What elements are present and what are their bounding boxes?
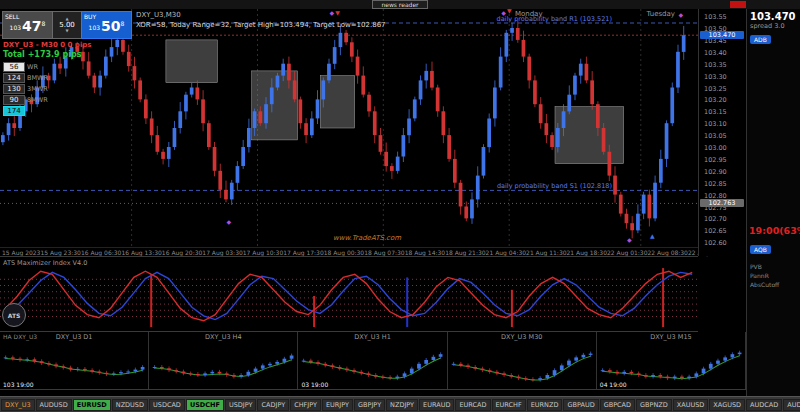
price-tick: 102.95 <box>704 156 727 164</box>
arrow-marker: ▼ <box>335 9 340 16</box>
price-tick: 103.35 <box>704 61 727 69</box>
symbol-tab-gbpjpy[interactable]: GBPJPY <box>354 399 385 411</box>
sell-price-pip: 8 <box>42 20 46 27</box>
diamond-marker: ◆ <box>329 9 334 16</box>
symbol-tab-gbpnzd[interactable]: GBPNZD <box>636 399 672 411</box>
time-label: 18 Aug 14:30 <box>405 249 445 256</box>
buy-price: 103 50 8 <box>82 20 131 33</box>
one-click-trading-panel: SELL 103 47 8 ▲ 5.00 ▼ BUY 103 50 8 <box>2 11 132 39</box>
symbol-tab-usdjpy[interactable]: USDJPY <box>225 399 257 411</box>
chart-info-line: XOR=58, Today Range=32, Target High=103.… <box>136 21 386 29</box>
atr-red-line <box>6 271 692 321</box>
price-tick: 103.00 <box>704 144 727 152</box>
symbol-tab-nzdjpy[interactable]: NZDJPY <box>386 399 418 411</box>
price-tick: 102.60 <box>704 239 727 247</box>
lot-down-icon[interactable]: ▼ <box>65 29 68 33</box>
mini-ma-line <box>6 358 143 374</box>
price-tick: 102.90 <box>704 168 727 176</box>
ats-logo-text: ATS <box>8 312 21 319</box>
aqb-button[interactable]: AQB <box>750 245 771 254</box>
mini-chart-M30[interactable]: DXY_U3 M30 <box>448 332 597 389</box>
price-axis: 103.55103.50103.45103.40103.35103.30103.… <box>698 9 746 256</box>
symbol-tab-chfjpy[interactable]: CHFJPY <box>290 399 321 411</box>
buy-price-pip: 8 <box>121 20 125 27</box>
day-label: Monday <box>515 10 543 18</box>
symbol-tab-eurnzd[interactable]: EURNZD <box>527 399 563 411</box>
right-panel: 103.470 spread 3.0 ADB 19:00(63%) AQB PV… <box>746 9 800 396</box>
price-marker: 102.763 <box>700 199 744 207</box>
price-tick: 102.80 <box>704 192 727 200</box>
buy-price-prefix: 103 <box>89 24 100 31</box>
symbol-tab-usdchf[interactable]: USDCHF <box>186 399 224 411</box>
current-price: 103.470 <box>750 11 800 22</box>
price-marker: 103.470 <box>700 31 744 39</box>
buy-price-big: 50 <box>101 20 120 33</box>
lot-size-field[interactable]: ▲ 5.00 ▼ <box>53 11 81 39</box>
probability-band-label: daily probability band S1 (102.818) <box>497 182 612 190</box>
mt4-terminal: news reader ◆◆◆◆◆◆▼▼▼▲daily probability … <box>0 0 800 412</box>
symbol-tab-gbpcad[interactable]: GBPCAD <box>600 399 635 411</box>
mini-ma-line <box>602 356 739 379</box>
main-chart-canvas[interactable]: ◆◆◆◆◆◆▼▼▼▲daily probability band R1 (103… <box>0 9 698 247</box>
buy-button[interactable]: BUY 103 50 8 <box>81 11 132 39</box>
mini-chart-title: DXY_U3 M15 <box>597 333 745 341</box>
symbol-tab-dxy_u3[interactable]: DXY_U3 <box>1 399 35 411</box>
total-pips: Total +173.9 pips <box>3 50 81 59</box>
mini-chart-H1[interactable]: DXY_U3 H103 19:00 <box>298 332 447 389</box>
mini-chart-M15[interactable]: DXY_U3 M1504 19:00 <box>597 332 746 389</box>
main-chart[interactable]: ◆◆◆◆◆◆▼▼▼▲daily probability band R1 (103… <box>0 9 698 247</box>
price-tick: 102.85 <box>704 180 727 188</box>
time-label: 21 Aug 11:30 <box>526 249 566 256</box>
time-label: 15 Aug 23:30 <box>40 249 80 256</box>
symbol-tab-gbpaud[interactable]: GBPAUD <box>563 399 598 411</box>
symbol-tab-euraud[interactable]: EURAUD <box>419 399 454 411</box>
indicator-labels: PVBPannRAbsCutoff <box>750 261 779 290</box>
mini-chart-title: DXY_U3 H4 <box>149 333 297 341</box>
arrow-marker: ▼ <box>507 9 512 14</box>
probability-band-label: daily probability band R1 (103.521) <box>497 15 612 23</box>
sell-price-prefix: 103 <box>10 24 21 31</box>
symbol-tab-audusd[interactable]: AUDUSD <box>36 399 72 411</box>
time-label: 18 Aug 07:30 <box>364 249 404 256</box>
mini-chart-title: DXY_U3 H1 <box>298 333 446 341</box>
news-alert-badge <box>730 1 746 8</box>
ats-logo-icon: ATS <box>2 303 26 327</box>
indicator-label: PVB <box>750 263 779 270</box>
adb-button[interactable]: ADB <box>750 35 771 44</box>
symbol-tab-usdcad[interactable]: USDCAD <box>149 399 185 411</box>
session-probability: 19:00(63%) <box>749 225 800 236</box>
symbol-tab-cadjpy[interactable]: CADJPY <box>257 399 289 411</box>
symbol-tab-audcad[interactable]: AUDCAD <box>746 399 782 411</box>
atr-indicator-panel[interactable]: ATS Maximizer Index V4.0 <box>0 256 698 332</box>
price-tick: 103.40 <box>704 49 727 57</box>
atr-indicator-title: ATS Maximizer Index V4.0 <box>3 259 87 267</box>
consolidation-box <box>252 71 298 140</box>
symbol-tab-audchf[interactable]: AUDCHF <box>783 399 800 411</box>
atr-indicator-canvas[interactable] <box>0 257 698 331</box>
time-label: 16 Aug 06:30 <box>81 249 121 256</box>
symbol-tab-eurchf[interactable]: EURCHF <box>492 399 526 411</box>
consolidation-box <box>166 40 218 83</box>
symbol-tab-nzdusd[interactable]: NZDUSD <box>112 399 148 411</box>
symbol-tab-eurjpy[interactable]: EURJPY <box>322 399 353 411</box>
sell-button[interactable]: SELL 103 47 8 <box>2 11 53 39</box>
mini-charts-row: DXY_U3 D1103 19:00DXY_U3 H4DXY_U3 H103 1… <box>0 332 746 390</box>
chart-title: DXY_U3,M30 <box>136 11 181 19</box>
time-label: 17 Aug 17:30 <box>283 249 323 256</box>
stat-highlight: 174 <box>3 106 48 116</box>
mini-chart-H4[interactable]: DXY_U3 H4 <box>149 332 298 389</box>
mini-chart-D1[interactable]: DXY_U3 D1103 19:00 <box>0 332 149 389</box>
symbol-tab-eurcad[interactable]: EURCAD <box>455 399 490 411</box>
sell-price-big: 47 <box>22 20 41 33</box>
time-label: 15 Aug 2023 <box>2 249 40 256</box>
price-tick: 102.70 <box>704 215 727 223</box>
trade-status: DXY_U3 - M30 0 0 pips <box>3 41 91 49</box>
symbol-taskbar: DXY_U3AUDUSDEURUSDNZDUSDUSDCADUSDCHFUSDJ… <box>0 396 800 412</box>
symbol-tab-xagusd[interactable]: XAGUSD <box>709 399 745 411</box>
symbol-tab-eurusd[interactable]: EURUSD <box>73 399 111 411</box>
time-label: 22 Aug 08:30 <box>647 249 687 256</box>
news-reader-button[interactable]: news reader <box>372 0 427 9</box>
symbol-tab-xauusd[interactable]: XAUUSD <box>673 399 709 411</box>
mini-chart-footer: 103 19:00 <box>3 381 34 388</box>
winrate-table: 56WR124BMWR1303MWR908MWR174 <box>3 62 48 117</box>
